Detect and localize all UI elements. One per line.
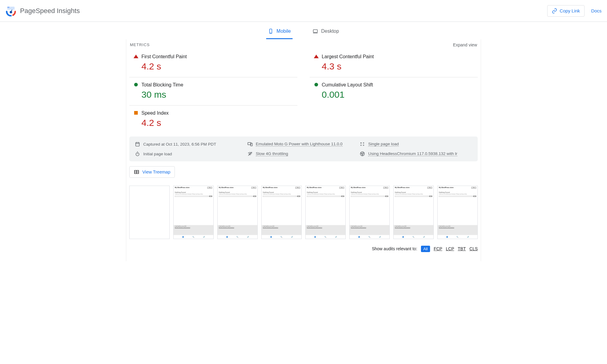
metric-fcp-label: First Contentful Paint bbox=[141, 53, 296, 59]
info-initial-load: Initial page load bbox=[135, 151, 247, 157]
svg-point-2 bbox=[10, 11, 12, 13]
copy-link-button[interactable]: Copy Link bbox=[547, 5, 585, 17]
app-title: PageSpeed Insights bbox=[20, 7, 80, 15]
tab-desktop[interactable]: Desktop bbox=[311, 25, 341, 39]
header-actions: Copy Link Docs bbox=[547, 5, 602, 17]
svg-point-16 bbox=[361, 145, 361, 146]
docs-link[interactable]: Docs bbox=[591, 8, 602, 13]
filter-label: Show audits relevant to: bbox=[372, 246, 417, 251]
triangle-fail-icon bbox=[134, 55, 138, 58]
filmstrip-frame[interactable]: My WordPress store≡ MenuNothing FoundIt … bbox=[349, 186, 390, 239]
metric-lcp-label: Largest Contentful Paint bbox=[322, 53, 476, 59]
metric-cls: Cumulative Layout Shift 0.001 bbox=[310, 77, 478, 105]
audit-filter: Show audits relevant to: All FCP LCP TBT… bbox=[129, 246, 478, 252]
filter-tbt[interactable]: TBT bbox=[458, 246, 466, 251]
metric-tbt: Total Blocking Time 30 ms bbox=[129, 77, 297, 105]
tab-desktop-label: Desktop bbox=[321, 29, 339, 34]
devices-icon bbox=[247, 141, 253, 147]
filmstrip-frame[interactable]: My WordPress store≡ MenuNothing FoundIt … bbox=[393, 186, 434, 239]
metric-fcp: First Contentful Paint 4.2 s bbox=[129, 49, 297, 77]
stopwatch-icon bbox=[135, 151, 140, 157]
metrics-header: METRICS Expand view bbox=[126, 39, 481, 49]
circle-pass-icon bbox=[314, 83, 318, 86]
square-avg-icon bbox=[134, 111, 138, 115]
metric-si-value: 4.2 s bbox=[141, 116, 296, 128]
filter-lcp[interactable]: LCP bbox=[446, 246, 454, 251]
expand-view-button[interactable]: Expand view bbox=[453, 42, 477, 47]
tab-mobile-label: Mobile bbox=[276, 29, 291, 34]
triangle-fail-icon bbox=[314, 55, 319, 58]
metric-cls-value: 0.001 bbox=[322, 88, 476, 100]
svg-point-15 bbox=[363, 143, 364, 143]
filmstrip-frame[interactable]: My WordPress store≡ MenuNothing FoundIt … bbox=[305, 186, 346, 239]
chrome-icon bbox=[360, 151, 365, 157]
metric-fcp-value: 4.2 s bbox=[141, 59, 296, 72]
app-header: PageSpeed Insights Copy Link Docs bbox=[0, 0, 607, 22]
svg-rect-8 bbox=[136, 143, 139, 146]
copy-link-label: Copy Link bbox=[560, 8, 580, 13]
samples-icon bbox=[360, 141, 365, 147]
info-device[interactable]: Emulated Moto G Power with Lighthouse 11… bbox=[247, 141, 360, 147]
svg-rect-6 bbox=[313, 30, 317, 32]
info-captured: Captured at Oct 11, 2023, 6:56 PM PDT bbox=[135, 141, 247, 147]
view-treemap-button[interactable]: View Treemap bbox=[129, 166, 175, 178]
filmstrip: My WordPress store≡ MenuNothing FoundIt … bbox=[129, 186, 478, 239]
network-icon bbox=[247, 151, 253, 157]
filmstrip-frame[interactable]: My WordPress store≡ MenuNothing FoundIt … bbox=[217, 186, 258, 239]
filmstrip-frame[interactable]: My WordPress store≡ MenuNothing FoundIt … bbox=[173, 186, 214, 239]
filmstrip-frame[interactable]: My WordPress store≡ MenuNothing FoundIt … bbox=[261, 186, 302, 239]
psi-logo-icon bbox=[5, 5, 16, 16]
svg-point-14 bbox=[361, 142, 362, 143]
metric-tbt-label: Total Blocking Time bbox=[141, 82, 296, 88]
metric-cls-label: Cumulative Layout Shift bbox=[322, 82, 476, 88]
circle-pass-icon bbox=[134, 83, 138, 86]
desktop-icon bbox=[313, 29, 318, 34]
svg-rect-1 bbox=[7, 7, 9, 8]
metric-si: Speed Index 4.2 s bbox=[129, 105, 297, 133]
mobile-icon bbox=[268, 29, 273, 34]
metric-lcp-value: 4.3 s bbox=[322, 59, 476, 72]
info-throttling[interactable]: Slow 4G throttling bbox=[247, 151, 360, 157]
metrics-grid: First Contentful Paint 4.2 s Largest Con… bbox=[126, 49, 481, 133]
filter-cls[interactable]: CLS bbox=[470, 246, 478, 251]
info-browser[interactable]: Using HeadlessChromium 117.0.5938.132 wi… bbox=[360, 151, 472, 157]
metric-si-label: Speed Index bbox=[141, 110, 296, 116]
info-single-load[interactable]: Single page load bbox=[360, 141, 472, 147]
link-icon bbox=[552, 8, 557, 14]
filter-fcp[interactable]: FCP bbox=[434, 246, 442, 251]
metric-lcp: Largest Contentful Paint 4.3 s bbox=[310, 49, 478, 77]
metrics-title: METRICS bbox=[130, 42, 150, 47]
filmstrip-frame-blank[interactable] bbox=[129, 186, 170, 239]
brand[interactable]: PageSpeed Insights bbox=[5, 5, 80, 16]
device-tabs: Mobile Desktop bbox=[0, 22, 607, 39]
report-container: METRICS Expand view First Contentful Pai… bbox=[126, 39, 481, 261]
tab-mobile[interactable]: Mobile bbox=[266, 25, 293, 39]
environment-info: Captured at Oct 11, 2023, 6:56 PM PDT Em… bbox=[129, 136, 478, 161]
treemap-label: View Treemap bbox=[142, 170, 170, 174]
calendar-icon bbox=[135, 141, 140, 147]
filmstrip-frame[interactable]: My WordPress store≡ MenuNothing FoundIt … bbox=[437, 186, 478, 239]
treemap-icon bbox=[134, 169, 139, 175]
svg-point-17 bbox=[363, 145, 364, 146]
filter-all[interactable]: All bbox=[421, 246, 430, 252]
metric-tbt-value: 30 ms bbox=[141, 88, 296, 100]
